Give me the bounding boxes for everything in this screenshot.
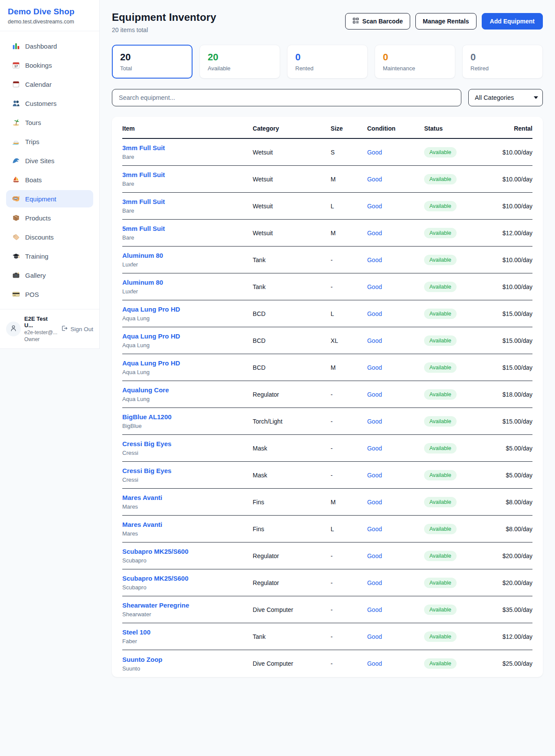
brand-domain: demo.test.divestreams.com bbox=[8, 19, 91, 25]
table-row: Shearwater Peregrine Shearwater Dive Com… bbox=[122, 596, 532, 623]
palm-island-icon bbox=[12, 118, 20, 126]
sidebar-item-dashboard[interactable]: Dashboard bbox=[6, 37, 93, 55]
item-name-link[interactable]: BigBlue AL1200 bbox=[122, 413, 172, 421]
package-icon bbox=[12, 214, 20, 222]
item-condition-link[interactable]: Good bbox=[367, 606, 424, 613]
item-condition-link[interactable]: Good bbox=[367, 526, 424, 532]
stat-card-retired[interactable]: 0 Retired bbox=[462, 45, 543, 79]
stat-label: Retired bbox=[470, 65, 535, 72]
item-name-link[interactable]: Aqua Lung Pro HD bbox=[122, 332, 180, 340]
item-category: BCD bbox=[253, 310, 331, 317]
item-name-link[interactable]: Cressi Big Eyes bbox=[122, 467, 171, 474]
sidebar-item-gallery[interactable]: Gallery bbox=[6, 266, 93, 284]
sidebar-item-products[interactable]: Products bbox=[6, 209, 93, 227]
header-actions: Scan Barcode Manage Rentals Add Equipmen… bbox=[345, 11, 543, 30]
item-brand: Bare bbox=[122, 154, 253, 160]
item-category: Tank bbox=[253, 256, 331, 263]
credit-card-icon bbox=[12, 290, 20, 298]
item-brand: Scubapro bbox=[122, 584, 253, 591]
item-size: - bbox=[331, 445, 367, 452]
item-condition-link[interactable]: Good bbox=[367, 230, 424, 237]
nav-item-label: POS bbox=[25, 291, 39, 298]
search-input[interactable] bbox=[112, 89, 461, 106]
item-name-link[interactable]: 3mm Full Suit bbox=[122, 198, 165, 205]
item-name-link[interactable]: Cressi Big Eyes bbox=[122, 440, 171, 447]
item-name-link[interactable]: Aqua Lung Pro HD bbox=[122, 359, 180, 367]
table-row: 3mm Full Suit Bare Wetsuit L Good Availa… bbox=[122, 193, 532, 220]
sidebar-item-equipment[interactable]: Equipment bbox=[6, 190, 93, 207]
item-condition-link[interactable]: Good bbox=[367, 364, 424, 371]
item-name-link[interactable]: Mares Avanti bbox=[122, 494, 162, 501]
item-name-link[interactable]: Scubapro MK25/S600 bbox=[122, 575, 189, 582]
app-root: Demo Dive Shop demo.test.divestreams.com… bbox=[0, 0, 555, 756]
sidebar-item-discounts[interactable]: Discounts bbox=[6, 228, 93, 246]
sidebar-item-dive-sites[interactable]: Dive Sites bbox=[6, 152, 93, 169]
item-rental: $12.00/day bbox=[476, 230, 532, 237]
add-equipment-button[interactable]: Add Equipment bbox=[482, 13, 543, 30]
item-name-link[interactable]: Aluminum 80 bbox=[122, 252, 163, 259]
stat-value: 20 bbox=[208, 52, 272, 63]
item-size: - bbox=[331, 579, 367, 586]
sidebar-item-calendar[interactable]: Calendar bbox=[6, 76, 93, 93]
item-condition-link[interactable]: Good bbox=[367, 256, 424, 263]
stat-label: Maintenance bbox=[383, 65, 447, 72]
item-name-link[interactable]: Suunto Zoop bbox=[122, 656, 162, 663]
sidebar-item-tours[interactable]: Tours bbox=[6, 114, 93, 131]
item-condition-link[interactable]: Good bbox=[367, 633, 424, 640]
stat-card-total[interactable]: 20 Total bbox=[112, 45, 193, 79]
stat-card-maintenance[interactable]: 0 Maintenance bbox=[375, 45, 455, 79]
item-category: Wetsuit bbox=[253, 230, 331, 237]
page-title: Equipment Inventory bbox=[112, 11, 216, 23]
category-filter-select[interactable]: All Categories bbox=[468, 89, 543, 106]
item-condition-link[interactable]: Good bbox=[367, 149, 424, 156]
item-name-link[interactable]: Aqualung Core bbox=[122, 386, 169, 394]
user-info: E2E Test U... e2e-tester@... Owner bbox=[24, 316, 58, 342]
item-name-link[interactable]: Aqua Lung Pro HD bbox=[122, 306, 180, 313]
sidebar-item-pos[interactable]: POS bbox=[6, 286, 93, 303]
item-name-link[interactable]: Scubapro MK25/S600 bbox=[122, 548, 189, 555]
manage-rentals-button[interactable]: Manage Rentals bbox=[415, 13, 477, 30]
item-name-link[interactable]: 5mm Full Suit bbox=[122, 225, 165, 232]
item-brand: Bare bbox=[122, 234, 253, 241]
table-row: Mares Avanti Mares Fins L Good Available… bbox=[122, 516, 532, 542]
item-condition-link[interactable]: Good bbox=[367, 445, 424, 452]
item-condition-link[interactable]: Good bbox=[367, 391, 424, 398]
item-rental: $25.00/day bbox=[476, 660, 532, 667]
stat-label: Total bbox=[120, 65, 184, 72]
stat-card-available[interactable]: 20 Available bbox=[199, 45, 280, 79]
brand-name: Demo Dive Shop bbox=[8, 7, 91, 16]
item-condition-link[interactable]: Good bbox=[367, 418, 424, 425]
status-badge: Available bbox=[424, 228, 457, 238]
item-category: Regulator bbox=[253, 391, 331, 398]
item-condition-link[interactable]: Good bbox=[367, 499, 424, 506]
scan-barcode-button[interactable]: Scan Barcode bbox=[345, 13, 410, 30]
item-name-link[interactable]: 3mm Full Suit bbox=[122, 171, 165, 178]
svg-text:17: 17 bbox=[14, 64, 18, 68]
sidebar-item-customers[interactable]: Customers bbox=[6, 95, 93, 112]
sidebar-item-boats[interactable]: Boats bbox=[6, 171, 93, 188]
item-brand: Bare bbox=[122, 181, 253, 187]
item-size: L bbox=[331, 526, 367, 532]
nav-item-label: Dive Sites bbox=[25, 157, 55, 164]
sidebar-item-training[interactable]: Training bbox=[6, 247, 93, 265]
item-name-link[interactable]: 3mm Full Suit bbox=[122, 144, 165, 151]
stat-card-rented[interactable]: 0 Rented bbox=[287, 45, 368, 79]
item-name-link[interactable]: Steel 100 bbox=[122, 628, 150, 636]
sidebar-item-trips[interactable]: Trips bbox=[6, 133, 93, 150]
item-condition-link[interactable]: Good bbox=[367, 552, 424, 559]
sign-out-button[interactable]: Sign Out bbox=[61, 325, 93, 333]
item-condition-link[interactable]: Good bbox=[367, 176, 424, 183]
item-condition-link[interactable]: Good bbox=[367, 203, 424, 210]
item-name-link[interactable]: Aluminum 80 bbox=[122, 279, 163, 286]
item-condition-link[interactable]: Good bbox=[367, 579, 424, 586]
item-name-link[interactable]: Mares Avanti bbox=[122, 521, 162, 528]
item-name-link[interactable]: Shearwater Peregrine bbox=[122, 602, 189, 609]
user-section: E2E Test U... e2e-tester@... Owner Sign … bbox=[0, 309, 99, 348]
item-condition-link[interactable]: Good bbox=[367, 283, 424, 290]
item-condition-link[interactable]: Good bbox=[367, 660, 424, 667]
item-condition-link[interactable]: Good bbox=[367, 337, 424, 344]
sidebar-item-bookings[interactable]: 17 Bookings bbox=[6, 56, 93, 74]
column-header-rental: Rental bbox=[476, 125, 532, 132]
item-condition-link[interactable]: Good bbox=[367, 472, 424, 479]
item-condition-link[interactable]: Good bbox=[367, 310, 424, 317]
